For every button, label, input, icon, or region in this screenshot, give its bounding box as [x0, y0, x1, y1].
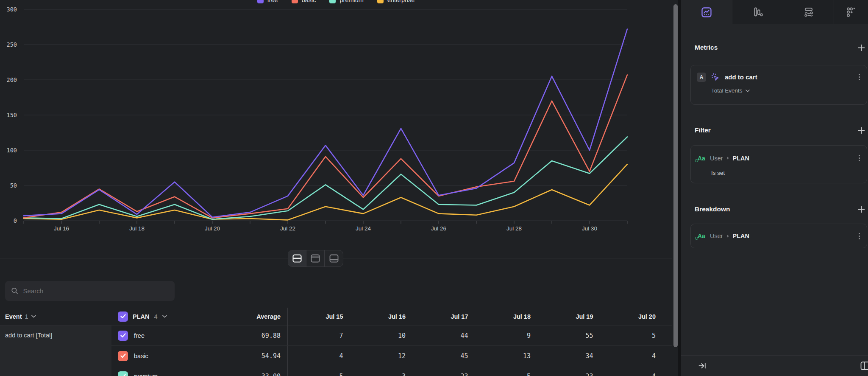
event-column-count: 1: [25, 313, 28, 320]
date-column-header[interactable]: Jul 20: [600, 313, 663, 320]
event-column-label: Event: [5, 313, 22, 320]
average-value: 54.94: [200, 352, 287, 360]
table-row-basic[interactable]: basic54.944124513344: [111, 346, 672, 366]
vertical-scrollbar[interactable]: [673, 4, 678, 347]
event-row-label[interactable]: add to cart [Total]: [5, 332, 106, 339]
date-column-header[interactable]: Jul 17: [412, 313, 475, 320]
data-value-cell: 4: [600, 352, 663, 360]
date-column-header[interactable]: Jul 19: [537, 313, 600, 320]
search-icon: [11, 287, 19, 295]
data-value-cell: 5: [475, 373, 538, 376]
filter-condition[interactable]: Is set: [691, 170, 867, 176]
segment-checkbox-free[interactable]: [118, 331, 128, 341]
event-click-icon: [711, 73, 720, 82]
x-axis-tick-label: Jul 30: [582, 225, 597, 232]
tab-line-chart[interactable]: [681, 0, 732, 24]
filter-header-row: Filter: [695, 125, 865, 135]
chevron-down-icon: [162, 315, 167, 318]
data-value-cell: 9: [475, 332, 538, 340]
date-column-header[interactable]: Jul 15: [287, 313, 350, 320]
breakdown-title: Breakdown: [695, 205, 730, 213]
breakdown-card[interactable]: Aa User PLAN: [690, 224, 867, 248]
layout-split-view-button[interactable]: [288, 250, 306, 267]
filter-options-menu-button[interactable]: [857, 153, 862, 163]
x-axis-tick-label: Jul 28: [506, 225, 522, 232]
breakdown-property-chain: User PLAN: [710, 233, 749, 239]
table-row-premium[interactable]: premium33.0053235234: [111, 366, 672, 376]
segment-checkbox-premium[interactable]: [118, 371, 128, 376]
x-axis-tick-label: Jul 20: [205, 225, 220, 232]
table-row-free[interactable]: free69.88710449555: [111, 325, 672, 346]
table-bottom-icon: [329, 254, 339, 263]
add-breakdown-button[interactable]: [857, 205, 865, 213]
breadcrumb-arrow-icon: [726, 234, 729, 238]
filter-title: Filter: [695, 126, 711, 134]
collapse-sidebar-button[interactable]: [698, 362, 707, 370]
plan-column-header[interactable]: PLAN 4: [111, 311, 200, 322]
visualization-tabs: [681, 0, 868, 24]
tab-bar-chart[interactable]: [732, 0, 783, 24]
date-column-header[interactable]: Jul 16: [350, 313, 413, 320]
line-chart[interactable]: 050100150200250300Jul 16Jul 18Jul 20Jul …: [0, 0, 672, 238]
add-filter-button[interactable]: [857, 126, 865, 135]
breakdown-property: PLAN: [733, 233, 749, 239]
y-axis-tick-label: 100: [7, 147, 17, 154]
series-line-free[interactable]: [24, 29, 627, 217]
dots-grid-icon: [845, 6, 857, 18]
metric-options-menu-button[interactable]: [857, 72, 862, 82]
data-value-cell: 5: [287, 373, 350, 376]
sidebar-bottom-bar: [681, 355, 868, 376]
plan-column-count: 4: [154, 313, 157, 320]
data-value-cell: 7: [287, 332, 350, 340]
data-value-cell: 23: [412, 373, 475, 376]
bar-chart-icon: [752, 6, 764, 18]
x-axis-tick-label: Jul 22: [280, 225, 295, 232]
metric-card-main-row: A add to cart: [691, 65, 867, 82]
side-panel-layout-icon[interactable]: [860, 361, 868, 373]
data-value-cell: 13: [475, 352, 538, 360]
split-view-icon: [292, 254, 302, 263]
date-column-header[interactable]: Jul 18: [475, 313, 538, 320]
data-value-cell: 34: [537, 352, 600, 360]
filter-card-main-row: Aa User PLAN: [691, 146, 867, 163]
metric-card[interactable]: A add to cart Total Events: [690, 65, 867, 105]
segment-label: free: [134, 332, 145, 339]
text-property-icon: Aa: [697, 155, 705, 162]
y-axis-tick-label: 300: [7, 6, 17, 13]
filter-card[interactable]: Aa User PLAN Is set: [690, 145, 867, 183]
average-value: 33.00: [200, 373, 287, 376]
segment-checkbox-basic[interactable]: [118, 351, 128, 361]
add-metric-button[interactable]: [857, 44, 865, 52]
layout-table-only-button[interactable]: [325, 250, 343, 267]
y-axis-tick-label: 250: [7, 41, 17, 48]
segment-name-cell: basic: [111, 351, 200, 361]
plan-column-label: PLAN: [133, 313, 149, 320]
event-rows-panel: add to cart [Total]: [0, 325, 111, 376]
y-axis-tick-label: 150: [7, 112, 17, 118]
layout-chart-only-button[interactable]: [306, 250, 325, 267]
plan-select-all-checkbox[interactable]: [118, 311, 128, 322]
search-input[interactable]: [23, 287, 169, 295]
data-value-cell: 23: [537, 373, 600, 376]
table-search-bar[interactable]: [5, 281, 175, 301]
text-property-icon: Aa: [697, 233, 705, 239]
series-line-enterprise[interactable]: [24, 164, 627, 220]
breadcrumb-arrow-icon: [726, 156, 729, 160]
tab-more-visualizations[interactable]: [834, 0, 868, 24]
average-column-header[interactable]: Average: [200, 313, 287, 320]
metric-measure-label: Total Events: [711, 87, 743, 94]
metrics-header-row: Metrics: [695, 42, 865, 53]
metric-measure-dropdown[interactable]: Total Events: [691, 87, 867, 94]
report-main-area: freebasicpremiumenterprise 0501001502002…: [0, 0, 681, 376]
y-axis-tick-label: 200: [7, 76, 17, 83]
table-header-row: Event 1 PLAN 4 Average Jul 15Jul 16Jul 1…: [0, 308, 672, 325]
x-axis-tick-label: Jul 26: [431, 225, 446, 232]
filter-scope: User: [710, 155, 723, 162]
event-column-header[interactable]: Event 1: [0, 313, 111, 320]
flow-icon: [803, 6, 815, 18]
data-value-cell: 12: [350, 352, 413, 360]
filter-property-chain: User PLAN: [710, 155, 749, 162]
analytics-app: freebasicpremiumenterprise 0501001502002…: [0, 0, 868, 376]
tab-flow[interactable]: [783, 0, 834, 24]
breakdown-options-menu-button[interactable]: [857, 231, 862, 241]
